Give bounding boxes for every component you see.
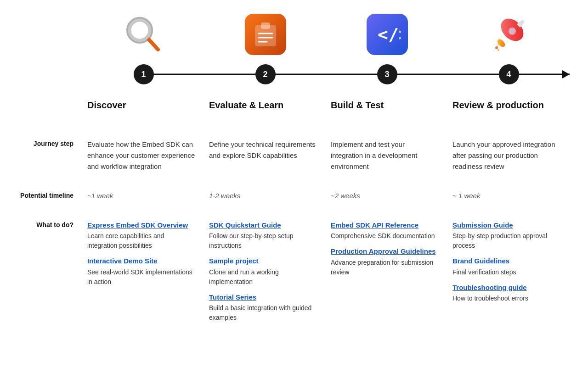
svg-line-3: [148, 39, 158, 50]
list-item: Production Approval Guidelines Advance p…: [331, 246, 439, 277]
troubleshooting-guide-desc: How to troubleshoot errors: [452, 294, 560, 303]
review-icon-cell: [448, 14, 570, 55]
svg-point-14: [510, 29, 514, 33]
links-discover: Express Embed SDK Overview Learn core ca…: [83, 211, 204, 338]
journey-discover: Evaluate how the Embed SDK can enhance y…: [83, 130, 204, 181]
express-embed-sdk-link[interactable]: Express Embed SDK Overview: [87, 221, 188, 229]
svg-point-16: [498, 49, 499, 51]
rocket-icon: [488, 14, 530, 55]
list-item: Interactive Demo Site See real-world SDK…: [87, 256, 195, 287]
tutorial-series-link[interactable]: Tutorial Series: [209, 293, 256, 301]
tutorial-series-desc: Build a basic integration with guided ex…: [209, 303, 317, 323]
code-icon: </>: [367, 14, 408, 55]
timeline-section: Potential timeline ~1 week 1-2 weeks ~2 …: [18, 181, 570, 211]
list-item: SDK Quickstart Guide Follow our step-by-…: [209, 220, 317, 251]
timeline-review: ~ 1 week: [448, 182, 570, 211]
step-circle-3: 3: [377, 64, 397, 84]
timeline-build: ~2 weeks: [326, 182, 448, 211]
troubleshooting-guide-link[interactable]: Troubleshooting guide: [452, 284, 527, 291]
list-item: Brand Guidelines Final verification step…: [452, 256, 560, 277]
brand-guidelines-link[interactable]: Brand Guidelines: [452, 257, 509, 265]
heading-evaluate: Evaluate & Learn: [204, 98, 326, 125]
clipboard-icon: [245, 14, 286, 55]
page-container: </>: [18, 14, 570, 337]
list-item: Embed SDK API Reference Comprehensive SD…: [331, 220, 439, 241]
journey-evaluate: Define your technical requirements and e…: [204, 130, 326, 181]
list-item: Sample project Clone and run a working i…: [209, 256, 317, 287]
svg-text:</>: </>: [378, 24, 401, 45]
sdk-quickstart-link[interactable]: SDK Quickstart Guide: [209, 221, 281, 229]
what-to-do-section: What to do? Express Embed SDK Overview L…: [18, 211, 570, 338]
journey-section: Journey step Evaluate how the Embed SDK …: [18, 129, 570, 181]
links-evaluate: SDK Quickstart Guide Follow our step-by-…: [204, 211, 326, 338]
evaluate-icon-cell: [204, 14, 326, 55]
interactive-demo-site-desc: See real-world SDK implementations in ac…: [87, 267, 195, 287]
submission-guide-link[interactable]: Submission Guide: [452, 221, 513, 229]
journey-label: Journey step: [18, 130, 83, 181]
step-circle-2: 2: [255, 64, 276, 84]
list-item: Tutorial Series Build a basic integratio…: [209, 292, 317, 323]
timeline-row: 1 2 3 4: [18, 64, 570, 84]
headings-row: Discover Evaluate & Learn Build & Test R…: [18, 98, 570, 125]
sample-project-link[interactable]: Sample project: [209, 257, 259, 265]
magnifier-icon: [123, 14, 164, 55]
step-node-2: 2: [204, 64, 326, 84]
step-circle-4: 4: [499, 64, 519, 84]
production-approval-link[interactable]: Production Approval Guidelines: [331, 247, 436, 255]
svg-rect-6: [261, 22, 270, 29]
step-node-4: 4: [448, 64, 570, 84]
heading-discover: Discover: [83, 98, 204, 120]
what-to-do-label: What to do?: [18, 211, 83, 338]
journey-build: Implement and test your integration in a…: [326, 130, 448, 181]
embed-sdk-api-desc: Comprehensive SDK documentation: [331, 231, 439, 241]
step-nodes: 1 2 3 4: [83, 64, 570, 84]
step-node-1: 1: [83, 64, 204, 84]
embed-sdk-api-link[interactable]: Embed SDK API Reference: [331, 221, 418, 229]
discover-icon-cell: [83, 14, 204, 55]
build-icon-cell: </>: [326, 14, 448, 55]
icons-row: </>: [18, 14, 570, 60]
heading-build: Build & Test: [326, 98, 448, 125]
timeline-label: Potential timeline: [18, 182, 83, 211]
step-circle-1: 1: [134, 64, 154, 84]
timeline-evaluate: 1-2 weeks: [204, 182, 326, 211]
brand-guidelines-desc: Final verification steps: [452, 267, 560, 277]
links-build: Embed SDK API Reference Comprehensive SD…: [326, 211, 448, 338]
sdk-quickstart-desc: Follow our step-by-step setup instructio…: [209, 231, 317, 251]
interactive-demo-site-link[interactable]: Interactive Demo Site: [87, 257, 158, 265]
list-item: Submission Guide Step-by-step production…: [452, 220, 560, 251]
journey-review: Launch your approved integration after p…: [448, 130, 570, 181]
express-embed-sdk-desc: Learn core capabilities and integration …: [87, 231, 195, 251]
step-node-3: 3: [326, 64, 448, 84]
list-item: Troubleshooting guide How to troubleshoo…: [452, 283, 560, 304]
links-review: Submission Guide Step-by-step production…: [448, 211, 570, 338]
svg-point-15: [495, 46, 498, 49]
timeline-discover: ~1 week: [83, 182, 204, 211]
production-approval-desc: Advance preparation for submission revie…: [331, 258, 439, 277]
heading-review: Review & production: [448, 98, 570, 125]
submission-guide-desc: Step-by-step production approval process: [452, 231, 560, 251]
sample-project-desc: Clone and run a working implementation: [209, 267, 317, 287]
list-item: Express Embed SDK Overview Learn core ca…: [87, 220, 195, 251]
